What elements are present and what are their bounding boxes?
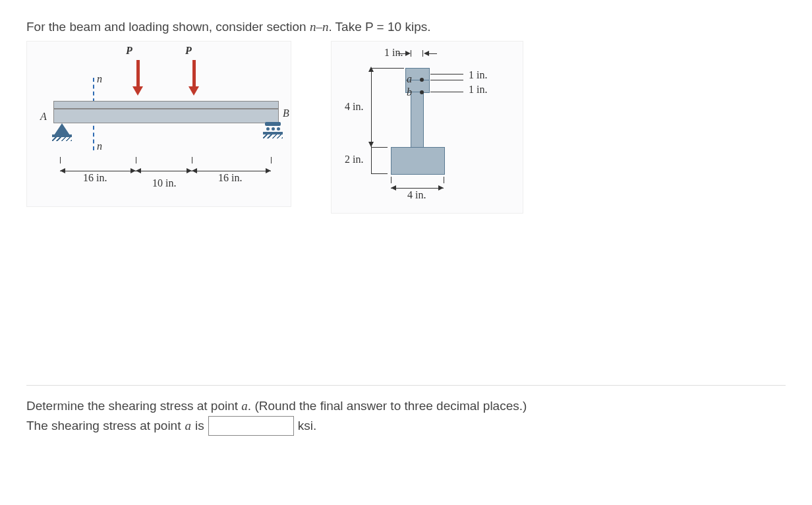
problem-suffix: . [427,20,430,34]
q1-suffix: . (Round the final answer to three decim… [248,399,527,413]
p-value: 10 kips [388,20,427,34]
answer-line: The shearing stress at point a is ksi. [26,416,786,436]
pin-support-icon [52,123,72,141]
answer-input[interactable] [208,416,294,436]
section-label: n–n [310,20,329,34]
beam-body [53,109,279,123]
point-a-dot [420,78,424,82]
top-gap-label: 1 in. [384,47,403,59]
dim-mid: 10 in. [152,177,176,189]
point-b-dot [420,90,424,94]
support-b-label: B [283,107,289,119]
roller-support-icon [263,122,283,138]
load-label-1: P [126,45,132,57]
cross-section-figure: a b 1 in. 1 in. 1 in. 4 in. 2 in. 4 in. [331,41,523,214]
beam-figure: P P n n A B [26,41,291,207]
load-label-2: P [185,45,192,57]
load-arrow-2 [188,60,199,96]
flange-h2: 1 in. [469,84,487,96]
point-b-label: b [407,86,412,98]
web-height: 4 in. [345,101,363,113]
support-a-label: A [40,111,47,123]
q2-prefix: The shearing stress at point [26,419,181,433]
web-lower [411,92,424,148]
q2-mid: is [195,419,204,433]
section-mark-top: n [97,73,102,85]
problem-statement: For the beam and loading shown, consider… [26,20,786,34]
answer-unit: ksi. [298,419,317,433]
load-arrow-1 [132,60,143,96]
point-a-label: a [407,73,412,85]
q1-prefix: Determine the shearing stress at point [26,399,241,413]
dim-right: 16 in. [218,172,242,184]
problem-mid: . Take P = [328,20,388,34]
flange-h1: 1 in. [469,69,487,81]
problem-prefix: For the beam and loading shown, consider… [26,20,310,34]
beam-flange [53,101,279,109]
q2-point: a [185,419,191,433]
base-block [391,147,445,175]
dim-left: 16 in. [83,172,107,184]
question-block: Determine the shearing stress at point a… [26,385,786,436]
figure-row: P P n n A B [26,41,786,214]
base-height: 2 in. [345,154,363,165]
q1-point: a [241,399,248,413]
question-line-1: Determine the shearing stress at point a… [26,399,786,413]
section-mark-bot: n [97,140,102,152]
base-width: 4 in. [407,189,426,201]
